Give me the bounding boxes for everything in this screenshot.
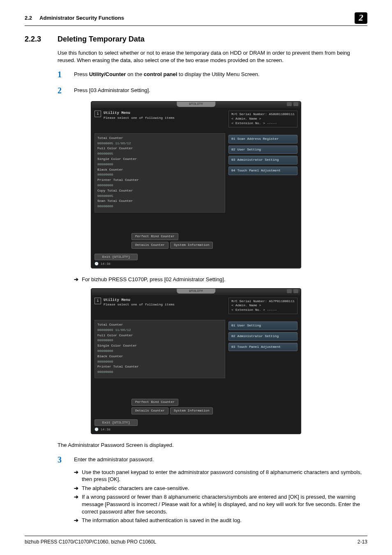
utility-option-button[interactable]: 03 Administrator Setting	[228, 156, 297, 164]
step-3: 3 Enter the administrator password.	[58, 454, 367, 465]
section-heading: 2.2.3 Deleting Temporary Data	[25, 34, 367, 44]
counter-value: 00000000	[97, 162, 222, 167]
utility-title-block: Utility Menu Please select one of follow…	[104, 298, 175, 307]
info-icon: i	[95, 298, 101, 304]
clock-icon: 🕐 14:38	[91, 262, 301, 268]
step3-bullet: ➔The information about failed authentica…	[74, 517, 367, 524]
arrow-icon: ➔	[74, 276, 78, 283]
counter-panel: Total Counter00000005 11/06/12Full Color…	[95, 133, 225, 213]
step1-mid: on the	[126, 71, 143, 77]
utility-screen-2: UTILITY i Utility Menu Please select one…	[91, 288, 301, 435]
step2-text: Press [03 Administrator Setting].	[74, 85, 367, 96]
system-information-button[interactable]: System Information	[170, 242, 213, 249]
arrow-icon: ➔	[74, 485, 78, 492]
bullet-text: If a wrong password or fewer than 8 alph…	[82, 493, 367, 515]
step3-bullet: ➔If a wrong password or fewer than 8 alp…	[74, 493, 367, 515]
exit-utility-button[interactable]: Exit [UTILITY]	[95, 419, 138, 426]
counter-value: 00000000	[97, 349, 222, 354]
step3-bullet: ➔The alphabetic characters are case-sens…	[74, 485, 367, 492]
utility-option-button[interactable]: 04 Touch Panel Adjustment	[228, 166, 297, 175]
counter-label: Black Counter	[97, 168, 222, 172]
counter-value: 00000000	[97, 370, 222, 375]
admin-name-label: < Admin. Name >	[231, 303, 261, 307]
counter-label: Scan Total Counter	[97, 199, 222, 204]
info-icon: i	[95, 111, 101, 117]
arrow-icon: ➔	[74, 469, 78, 483]
utility-option-list: 01 Scan Address Register02 User Setting0…	[228, 133, 297, 249]
extension-label: < Extension No. > -----	[231, 308, 277, 312]
step1-b2: control panel	[144, 71, 178, 77]
plug-icon	[287, 289, 292, 293]
step3-text: Enter the administrator password.	[74, 454, 367, 465]
utility-menu-sub: Please select one of following items	[104, 303, 175, 306]
utility-option-button[interactable]: 02 User Setting	[228, 146, 297, 154]
step-number: 1	[58, 69, 74, 80]
section-intro: Use this function to select whether or n…	[58, 49, 367, 64]
status-icons	[287, 289, 298, 293]
step-1: 1 Press Utility/Counter on the control p…	[58, 69, 367, 80]
details-counter-button[interactable]: Details Counter	[131, 242, 168, 249]
counter-label: Printer Total Counter	[97, 365, 222, 369]
after-img2-text: The Administrator Password Screen is dis…	[58, 442, 367, 449]
utility-option-button[interactable]: 01 User Setting	[228, 321, 297, 330]
perfect-bind-counter-button[interactable]: Perfect Bind Counter	[131, 399, 178, 406]
serial-value: A57P011000111	[269, 299, 295, 303]
extension-label: < Extension No. > -----	[231, 121, 277, 125]
page-footer: bizhub PRESS C1070/C1070P/C1060, bizhub …	[25, 536, 367, 545]
step1-pre: Press	[74, 71, 89, 77]
arrow-icon: ➔	[74, 493, 78, 515]
machine-info-box: M/C Serial Number: A57P011000111 < Admin…	[228, 298, 297, 314]
utility-tab: UTILITY	[177, 102, 215, 107]
counter-panel: Total Counter00000009 11/06/12Full Color…	[95, 320, 225, 378]
counter-value: 00000005	[97, 194, 222, 199]
clock-icon: 🕐 14:38	[91, 428, 301, 434]
serial-label: M/C Serial Number:	[231, 299, 267, 303]
system-information-button[interactable]: System Information	[170, 407, 213, 414]
footer-page-number: 2-13	[357, 539, 367, 545]
counter-label: Full Color Counter	[97, 146, 222, 151]
counter-label: Total Counter	[97, 323, 222, 327]
counter-label: Single Color Counter	[97, 157, 222, 162]
section-title: Deleting Temporary Data	[58, 34, 145, 44]
utility-option-button[interactable]: 01 Scan Address Register	[228, 135, 297, 143]
counter-value: 00000005	[97, 152, 222, 156]
counter-value: 00000009	[97, 338, 222, 343]
bullet-text: Use the touch panel keypad to enter the …	[82, 469, 367, 483]
counter-label: Single Color Counter	[97, 344, 222, 348]
chapter-badge: 2	[355, 12, 367, 24]
counter-value: 00000005 11/06/12	[97, 141, 222, 146]
utility-title-block: Utility Menu Please select one of follow…	[104, 111, 175, 120]
utility-option-button[interactable]: 02 Administrator Setting	[228, 332, 297, 341]
clock-time: 14:38	[101, 262, 111, 266]
serial-label: M/C Serial Number:	[231, 112, 267, 116]
battery-icon	[293, 289, 298, 293]
utility-option-list: 01 User Setting02 Administrator Setting0…	[228, 320, 297, 414]
bullet-text: The alphabetic characters are case-sensi…	[82, 485, 189, 492]
utility-option-button[interactable]: 03 Touch Panel Adjustment	[228, 343, 297, 352]
counter-label: Copy Total Counter	[97, 189, 222, 193]
perfect-bind-counter-button[interactable]: Perfect Bind Counter	[131, 233, 178, 240]
counter-value: 00000000	[97, 183, 222, 188]
bullet-text: The information about failed authenticat…	[82, 517, 242, 524]
step1-b1: Utility/Counter	[89, 71, 126, 77]
utility-menu-sub: Please select one of following items	[104, 116, 175, 120]
utility-tab: UTILITY	[177, 289, 215, 294]
counter-value: 00000000	[97, 173, 222, 177]
section-number: 2.2.3	[25, 34, 58, 44]
exit-utility-button[interactable]: Exit [UTILITY]	[95, 254, 138, 261]
step-2: 2 Press [03 Administrator Setting].	[58, 85, 367, 96]
status-icons	[287, 102, 298, 106]
header-section-num: 2.2	[25, 14, 32, 22]
counter-value: 00000000	[97, 204, 222, 209]
counter-label: Black Counter	[97, 354, 222, 359]
step-number: 3	[58, 454, 74, 465]
plug-icon	[287, 102, 292, 106]
page-header: 2.2 Administrator Security Functions 2	[25, 12, 367, 26]
step1-post: to display the Utility Menu Screen.	[177, 71, 259, 77]
details-counter-button[interactable]: Details Counter	[131, 407, 168, 414]
counter-label: Full Color Counter	[97, 333, 222, 338]
counter-label: Total Counter	[97, 136, 222, 141]
admin-name-label: < Admin. Name >	[231, 117, 261, 120]
arrow-icon: ➔	[74, 517, 78, 524]
footer-product: bizhub PRESS C1070/C1070P/C1060, bizhub …	[25, 539, 156, 545]
